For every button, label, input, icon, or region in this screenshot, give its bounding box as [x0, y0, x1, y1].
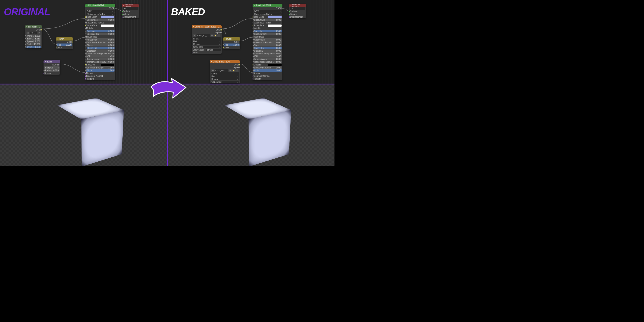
sss-method-dropdown[interactable]: Christensen-Burley: [253, 13, 282, 15]
image-icon[interactable]: 🖼: [211, 69, 214, 72]
node-worn-edge-group[interactable]: ▾RT_Worn_Edge... Color ◉ RT_Worn... 🛡 Wo…: [25, 25, 42, 48]
node-material-output[interactable]: ▾Material Output All Surface Volume Disp…: [122, 4, 139, 18]
prop-transmission[interactable]: Transmission0.000: [253, 58, 282, 60]
prop-anisotropic[interactable]: Anisotropic0.000: [86, 38, 114, 41]
node-principled-bsdf[interactable]: ▾Principled BSDF BSDF GGX Christensen-Bu…: [85, 4, 115, 80]
node-principled-bsdf[interactable]: ▾Principled BSDF BSDF GGX Christensen-Bu…: [252, 4, 282, 80]
prop-emission[interactable]: Emission: [85, 63, 115, 66]
prop-specular-tint[interactable]: Specular Tint0.000: [86, 33, 114, 35]
collapse-icon[interactable]: ▾: [45, 61, 46, 63]
prop-ior[interactable]: IOR1.450: [86, 55, 114, 58]
projection-dropdown[interactable]: Flat: [210, 75, 239, 78]
label-baked: BAKED: [171, 6, 205, 18]
image-icon[interactable]: 🖼: [193, 34, 196, 37]
prop-clearcoat[interactable]: Clearcoat0.000: [86, 50, 114, 52]
prop-sheen[interactable]: Sheen0.000: [253, 44, 282, 46]
prop-roughness: Roughness: [252, 36, 282, 38]
collapse-icon[interactable]: ▾: [254, 4, 255, 6]
collapse-icon[interactable]: ▾: [211, 61, 212, 63]
prop-specular[interactable]: Specular0.500: [253, 30, 282, 32]
prop-normal: Normal: [252, 72, 282, 75]
node-image-texture-bevel[interactable]: ▾Cube_Bevel_2048 Color Alpha 🖼 Cube_Beve…: [210, 60, 240, 84]
prop-subsurface[interactable]: Subsurface0.000: [253, 18, 282, 21]
prop-sheen-tint[interactable]: Sheen Tint0.500: [253, 47, 282, 49]
prop-clearcoat-roughness[interactable]: Clearcoat Roughness0.030: [86, 52, 114, 55]
image-datablock[interactable]: 🖼 Cube_Bevel_20... ⧉ 📁 ✕: [210, 69, 239, 72]
collapse-icon[interactable]: ▾: [57, 38, 58, 40]
distribution-dropdown[interactable]: GGX: [253, 10, 282, 12]
extension-dropdown[interactable]: Repeat: [192, 43, 221, 46]
open-icon[interactable]: 📁: [232, 69, 235, 72]
prop-specular-tint[interactable]: Specular Tint0.000: [253, 33, 282, 35]
fac-slider[interactable]: Fac1.000: [56, 44, 72, 46]
target-dropdown[interactable]: All: [123, 7, 138, 10]
source-dropdown[interactable]: Generated: [210, 80, 239, 83]
prop-base-color[interactable]: Base Color: [85, 16, 115, 18]
unlink-icon[interactable]: ✕: [236, 69, 238, 72]
radius-field[interactable]: Radius0.050: [44, 69, 60, 72]
prop-clearcoat-roughness[interactable]: Clearcoat Roughness0.030: [253, 52, 282, 55]
prop-subsurface-c-[interactable]: Subsurface C..: [85, 24, 115, 27]
prop-anisotropic-rotation[interactable]: Anisotropic Rotation0.000: [253, 41, 282, 44]
prop-ior[interactable]: IOR1.450: [253, 55, 282, 58]
prop-clearcoat-normal: Clearcoat Normal: [85, 75, 115, 78]
collapse-icon[interactable]: ▾: [86, 4, 88, 6]
datablock-selector[interactable]: ◉ RT_Worn... 🛡: [26, 31, 41, 34]
node-editor-baked[interactable]: BAKED ▾Principled BSDF BSDF GGX Christen…: [167, 0, 334, 84]
prop-emission[interactable]: Emission: [252, 63, 282, 66]
source-dropdown[interactable]: Generated: [192, 46, 221, 48]
target-dropdown[interactable]: All: [290, 7, 305, 10]
prop-transmission[interactable]: Transmission0.000: [86, 58, 114, 60]
prop-alpha[interactable]: Alpha1.000: [253, 69, 282, 72]
collapse-icon[interactable]: ▾: [193, 26, 194, 28]
prop-subsurface[interactable]: Subsurface0.000: [86, 18, 114, 21]
collapse-icon[interactable]: ▾: [290, 4, 292, 6]
prop-subsurface-radius: Subsurface Radius: [252, 21, 282, 24]
node-bevel[interactable]: ▾Bevel Normal Samples4 Radius0.050 Norma…: [44, 60, 60, 75]
prop-transmission-roughness[interactable]: Transmission Roughness0.000: [253, 60, 282, 63]
prop-subsurface-c-[interactable]: Subsurface C..: [252, 24, 282, 27]
collapse-icon[interactable]: ▾: [123, 4, 124, 6]
distribution-dropdown[interactable]: GGX: [86, 10, 114, 12]
prop-emission-strength[interactable]: Emission Strength1.000: [86, 66, 114, 69]
users-icon[interactable]: ⧉: [229, 69, 232, 72]
viewport-baked[interactable]: [167, 84, 334, 166]
colorspace-dropdown[interactable]: Linear: [206, 48, 221, 51]
prop-invert[interactable]: Invert1.000: [26, 46, 41, 48]
collapse-icon[interactable]: ▾: [26, 26, 27, 28]
prop-anisotropic-rotation[interactable]: Anisotropic Rotation0.000: [86, 41, 114, 44]
prop-base-wi[interactable]: Base Wi5.210: [26, 37, 41, 40]
open-icon[interactable]: 📁: [214, 34, 217, 37]
node-editor-original[interactable]: ORIGINAL ▾Principled BSDF BSDF GGX Chris…: [0, 0, 167, 84]
prop-base-color[interactable]: Base Color: [252, 16, 282, 18]
fake-user-icon[interactable]: 🛡: [38, 32, 40, 34]
sss-method-dropdown[interactable]: Christensen-Burley: [86, 13, 114, 15]
prop-worn-eff[interactable]: Worn Eff1.000: [26, 34, 41, 37]
projection-dropdown[interactable]: Flat: [192, 40, 221, 43]
node-invert[interactable]: ▾Invert Color Fac1.000 Color: [223, 37, 240, 49]
prop-clearcoat[interactable]: Clearcoat0.000: [253, 50, 282, 52]
datablock-icon[interactable]: ◉: [26, 32, 30, 34]
collapse-icon[interactable]: ▾: [224, 38, 225, 40]
unlink-icon[interactable]: ✕: [217, 34, 220, 37]
node-invert[interactable]: ▾Invert Color Fac1.000 Color: [56, 37, 73, 49]
viewport-original[interactable]: [0, 84, 167, 166]
prop-spread[interactable]: Spread1.000: [26, 40, 41, 43]
image-datablock[interactable]: 🖼 Cube_RT_Worn... ⧉ 📁 ✕: [192, 34, 221, 37]
interp-dropdown[interactable]: Linear: [192, 37, 221, 40]
prop-transmission-roughness[interactable]: Transmission Roughness0.000: [86, 60, 114, 63]
prop-emission-strength[interactable]: Emission Strength1.000: [253, 66, 282, 69]
samples-field[interactable]: Samples4: [44, 66, 60, 69]
interp-dropdown[interactable]: Linear: [210, 72, 239, 75]
extension-dropdown[interactable]: Repeat: [210, 78, 239, 80]
prop-specular[interactable]: Specular0.500: [86, 30, 114, 32]
users-icon[interactable]: ⧉: [210, 34, 214, 37]
prop-scale[interactable]: Scale10.000: [26, 43, 41, 46]
node-image-texture-mask[interactable]: ▾Cube_RT_Worn_Edge_Mask_2048 Color Alpha…: [192, 25, 222, 54]
prop-anisotropic[interactable]: Anisotropic0.000: [253, 38, 282, 41]
prop-sheen-tint[interactable]: Sheen Tint0.500: [86, 47, 114, 49]
fac-slider[interactable]: Fac1.000: [224, 44, 240, 46]
node-material-output[interactable]: ▾Material Output All Surface Volume Disp…: [289, 4, 306, 18]
prop-sheen[interactable]: Sheen0.000: [86, 44, 114, 46]
prop-alpha[interactable]: Alpha1.000: [86, 69, 114, 72]
